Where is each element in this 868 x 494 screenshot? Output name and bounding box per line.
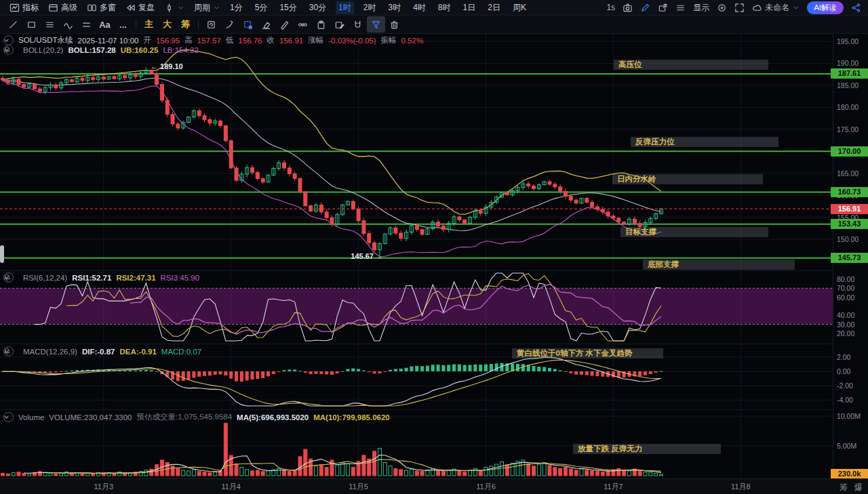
toolbar-fullscreen[interactable] [734, 3, 745, 13]
toolbar-screenshot[interactable] [623, 3, 633, 13]
rsi-title: RSI(6,12,24) [23, 274, 67, 282]
axis-tick: 2.00 [837, 353, 867, 361]
timeframe-30分[interactable]: 30分 [307, 1, 329, 14]
close-label: 收 [267, 35, 275, 45]
tool-pen-tool[interactable] [220, 16, 239, 33]
volume-value: VOLUME:230,047.3300 [49, 413, 132, 421]
panel-divider[interactable] [0, 409, 868, 410]
axis-tick: 60.00 [837, 293, 867, 302]
volume-badge: 230.0k [831, 469, 868, 479]
macd-dea-value: DEA:-0.91 [119, 348, 156, 356]
day-label-11月5: 11月5 [349, 482, 368, 492]
timeframe-2日[interactable]: 2日 [485, 1, 503, 14]
tool-chips-toggle[interactable]: 筹 [176, 16, 195, 33]
tool-wave-tool[interactable] [59, 16, 77, 33]
tool-note-edit[interactable] [330, 16, 349, 33]
toolbar-chart-type[interactable] [164, 3, 184, 13]
panel-divider[interactable] [0, 344, 868, 344]
annotation-反弹压力位[interactable]: 反弹压力位 [631, 137, 778, 147]
tool-filter-tool[interactable] [367, 16, 385, 33]
pane-resize-handle[interactable] [0, 245, 4, 263]
toolbar-snapshot-box[interactable] [658, 3, 668, 13]
annotation-高压位[interactable]: 高压位 [614, 60, 768, 70]
tool-eraser-tool[interactable] [257, 16, 275, 33]
collapse-main-icon[interactable] [3, 35, 14, 45]
timeframe-1分[interactable]: 1分 [227, 1, 245, 14]
toolbar-replay[interactable]: 复盘 [125, 2, 155, 14]
tool-parallel-lines[interactable] [77, 16, 96, 33]
tool-shape-rect[interactable] [22, 16, 41, 33]
bottom-tool-筹[interactable]: 筹 [840, 482, 848, 493]
timeframe-1日[interactable]: 1日 [460, 1, 479, 14]
toolbar-share[interactable] [851, 3, 861, 13]
tool-brush-lines[interactable] [41, 16, 59, 33]
open-value: 156.95 [156, 37, 180, 45]
toolbar-indicators[interactable]: 指标 [9, 2, 39, 14]
toolbar-advanced[interactable]: 高级 [48, 2, 77, 14]
timeframe-周K[interactable]: 周K [510, 1, 529, 14]
tool-pattern-tool[interactable] [294, 16, 312, 33]
tool-text-tool[interactable]: Aa [96, 16, 114, 33]
timeframe-5分[interactable]: 5分 [252, 1, 271, 14]
timeframe-group: 1分5分15分30分1时2时3时4时8时1日2日周K [220, 1, 529, 14]
annotation-目标支撑[interactable]: 目标支撑 [620, 227, 768, 237]
candle-datetime: 2025-11-07 10:00 [78, 37, 139, 45]
tool-replay-box[interactable] [202, 16, 220, 33]
tool-large-toggle[interactable]: 大 [158, 16, 176, 33]
timeframe-2时[interactable]: 2时 [361, 1, 379, 14]
volume-legend: Volume VOLUME:230,047.3300 预估成交量:1,075,5… [3, 412, 390, 422]
symbol-label[interactable]: SOL/USDT永续 [18, 35, 73, 45]
toolbar-draw-mode[interactable] [640, 3, 650, 13]
high-label: 高 [184, 35, 193, 45]
close-value: 156.91 [279, 37, 303, 45]
annotation-底部支撑[interactable]: 底部支撑 [643, 260, 795, 270]
change-label: 涨幅 [308, 35, 323, 45]
axis-tick: 185.00 [837, 81, 867, 89]
tool-clipboard-tool[interactable] [312, 16, 330, 33]
tool-delete-tool[interactable] [385, 16, 403, 33]
toolbar-display[interactable]: 显示 [693, 2, 709, 14]
timeframe-3时[interactable]: 3时 [385, 1, 403, 14]
tool-more-tools[interactable]: ... [114, 16, 132, 33]
macd-title: MACD(12,26,9) [23, 348, 77, 356]
axis-tick: 5.00M [837, 442, 867, 450]
day-label-11月8: 11月8 [731, 482, 751, 492]
toolbar-cloud-layout[interactable]: 未命名 [752, 2, 800, 14]
drawing-toolbar: Aa...主大筹 [0, 15, 868, 34]
axis-tick: 195.00 [837, 37, 867, 45]
open-label: 开 [143, 35, 151, 45]
toolbar-period[interactable]: 周期 [194, 2, 220, 14]
toolbar-ai-analyze[interactable]: AI解读 [807, 1, 844, 14]
tool-trend-line[interactable] [4, 16, 22, 33]
axis-tick: 20.00 [837, 329, 867, 337]
collapse-volume-icon[interactable] [3, 412, 14, 422]
toolbar-interval-1s[interactable]: 1s [606, 3, 615, 12]
bottom-tool-爆[interactable]: 爆 [854, 482, 863, 493]
timeframe-8时[interactable]: 8时 [435, 1, 454, 14]
toolbar-display-settings[interactable] [717, 3, 727, 13]
price-marker: 145.67 → [342, 252, 383, 260]
annotation-日内分水岭[interactable]: 日内分水岭 [612, 174, 763, 184]
toolbar-layout-rows[interactable] [675, 3, 686, 13]
high-value: 157.57 [197, 37, 221, 45]
tool-select-box[interactable] [239, 16, 257, 33]
axis-tick: 175.00 [837, 125, 867, 133]
axis-tick: -2.00 [837, 382, 867, 390]
toolbar-multi-window[interactable]: 多窗 [87, 2, 116, 14]
main-legend: SOL/USDT永续 2025-11-07 10:00 开156.95 高157… [3, 35, 423, 45]
price-badge-187.61: 187.61 [831, 68, 868, 79]
price-badge-145.73: 145.73 [831, 253, 868, 263]
amplitude-label: 振幅 [381, 35, 397, 45]
tool-marker-pen[interactable] [275, 16, 294, 33]
timeframe-4时[interactable]: 4时 [410, 1, 429, 14]
tool-magnet-tool[interactable] [349, 16, 367, 33]
tool-main-chart-toggle[interactable]: 主 [140, 16, 158, 33]
boll-lb-value: LB:154.32 [163, 46, 198, 54]
annotation-放量下跌 反弹无力[interactable]: 放量下跌 反弹无力 [573, 444, 721, 454]
panel-divider[interactable] [0, 270, 868, 271]
volume-estimate: 预估成交量:1,075,545.9584 [136, 412, 232, 422]
annotation-黄白线位于0轴下方 水下金叉趋势[interactable]: 黄白线位于0轴下方 水下金叉趋势 [512, 348, 663, 358]
timeframe-1时[interactable]: 1时 [336, 1, 354, 14]
timeframe-15分[interactable]: 15分 [277, 1, 299, 14]
price-badge-160.73: 160.73 [831, 187, 868, 197]
